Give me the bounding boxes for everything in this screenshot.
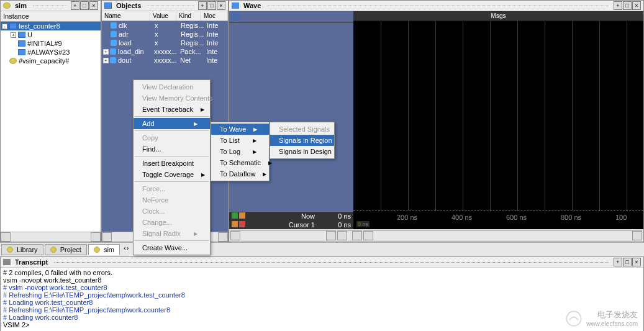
menu-item-create-wave---[interactable]: Create Wave...	[134, 242, 210, 253]
menu-label: Change...	[142, 219, 172, 226]
wave-signal-pane[interactable]: Now 0 ns Cursor 1 0 ns	[229, 11, 353, 229]
prompt-label: VSIM 2>	[3, 321, 30, 329]
wave-left-hscroll[interactable]	[230, 230, 336, 240]
wave-signal-list[interactable]	[229, 23, 353, 212]
wave-mid-hscroll[interactable]	[337, 230, 362, 240]
menu-label: To Dataflow	[220, 170, 255, 178]
tree-item-u[interactable]: +U	[1, 30, 101, 39]
tree-item-vsimcapacity[interactable]: #vsim_capacity#	[1, 57, 101, 65]
col-mode[interactable]: Moc	[201, 11, 228, 20]
menu-item-insert-breakpoint[interactable]: Insert Breakpoint	[134, 158, 210, 169]
menu-label: View Declaration	[142, 83, 193, 91]
command-input[interactable]	[32, 321, 642, 329]
maximize-button[interactable]: □	[80, 1, 89, 10]
maximize-button[interactable]: □	[207, 1, 216, 10]
menu-item-force---: Force...	[134, 183, 210, 194]
scroll-right-icon[interactable]	[218, 232, 228, 242]
sim-hscroll[interactable]	[1, 232, 101, 242]
menu-label: Add	[142, 120, 155, 127]
close-button[interactable]: ×	[632, 258, 641, 266]
menu-item-toggle-coverage[interactable]: Toggle Coverage▶	[134, 169, 210, 180]
transcript-body[interactable]: # 2 compiles, 0 failed with no errors.vs…	[1, 268, 643, 331]
menu-label: Toggle Coverage	[142, 171, 194, 178]
tab-icon	[7, 247, 13, 253]
expand-toggle-icon[interactable]: +	[11, 32, 16, 38]
scroll-right-icon[interactable]	[352, 231, 362, 240]
scroll-left-icon[interactable]	[1, 232, 11, 242]
wave-canvas[interactable]: Msgs 0 ns 200 ns400 ns600 ns800 ns100	[353, 11, 643, 229]
menu-item-to-wave[interactable]: To Wave▶	[211, 124, 269, 135]
scroll-left-icon[interactable]	[337, 231, 347, 240]
sim-tree[interactable]: -test_counter8+U#INITIAL#9#ALWAYS#23#vsi…	[1, 22, 101, 232]
col-kind[interactable]: Kind	[176, 11, 201, 20]
dock-button[interactable]: +	[614, 1, 622, 10]
context-menu-add[interactable]: To Wave▶To List▶To Log▶To Schematic▶To D…	[211, 122, 270, 181]
gridline	[517, 21, 518, 211]
object-name: clk	[119, 22, 155, 29]
menu-item-add[interactable]: Add▶	[134, 118, 210, 129]
submenu-arrow-icon: ▶	[194, 231, 197, 237]
transcript-prompt[interactable]: VSIM 2>	[3, 321, 641, 329]
close-button[interactable]: ×	[217, 1, 225, 10]
scroll-left-icon[interactable]	[230, 231, 240, 240]
menu-item-to-schematic[interactable]: To Schematic▶	[211, 157, 269, 168]
object-row-adr[interactable]: adrxRegis...Inte	[102, 30, 228, 39]
menu-label: Selected Signals	[279, 125, 330, 133]
wave-tool-icon[interactable]	[232, 12, 240, 21]
menu-item-to-dataflow[interactable]: To Dataflow▶	[211, 168, 269, 179]
wave-grid[interactable]	[353, 21, 643, 211]
tab-library[interactable]: Library	[1, 244, 43, 255]
scroll-right-icon[interactable]	[326, 231, 336, 240]
maximize-button[interactable]: □	[623, 258, 632, 266]
context-menu-main[interactable]: View DeclarationView Memory ContentsEven…	[133, 79, 211, 255]
dock-button[interactable]: +	[614, 258, 622, 266]
object-row-dout[interactable]: +doutxxxxx...NetInte	[102, 56, 228, 65]
scroll-right-icon[interactable]	[632, 231, 642, 240]
menu-item-to-log[interactable]: To Log▶	[211, 146, 269, 157]
object-row-load[interactable]: loadxRegis...Inte	[102, 39, 228, 47]
bottom-tabs: LibraryProjectsim‹›	[0, 242, 644, 256]
dock-button[interactable]: +	[198, 1, 207, 10]
wave-title: Wave	[243, 2, 261, 9]
scroll-left-icon[interactable]	[102, 232, 112, 242]
tab-sim[interactable]: sim	[88, 244, 120, 255]
context-menu-wave[interactable]: Selected SignalsSignals in RegionSignals…	[270, 122, 335, 159]
close-button[interactable]: ×	[89, 1, 98, 10]
tab-next-icon[interactable]: ›	[127, 244, 129, 255]
expand-toggle-icon[interactable]: +	[103, 58, 109, 63]
tab-prev-icon[interactable]: ‹	[124, 244, 126, 255]
tab-project[interactable]: Project	[45, 244, 87, 255]
break-icon[interactable]	[239, 212, 245, 219]
object-row-loaddin[interactable]: +load_dinxxxxx...Pack...Inte	[102, 47, 228, 56]
wave-timeline[interactable]: 0 ns 200 ns400 ns600 ns800 ns100	[353, 211, 643, 229]
tree-item-testcounter8[interactable]: -test_counter8	[1, 22, 101, 30]
lock-icon[interactable]	[232, 221, 238, 227]
menu-item-copy: Copy	[134, 132, 210, 143]
wave-scroll-controls	[229, 229, 643, 242]
menu-item-find---[interactable]: Find...	[134, 143, 210, 155]
col-name[interactable]: Name	[102, 11, 150, 20]
menu-item-to-list[interactable]: To List▶	[211, 135, 269, 146]
tree-label: #ALWAYS#23	[27, 48, 70, 56]
delete-icon[interactable]	[239, 221, 245, 227]
menu-item-event-traceback[interactable]: Event Traceback▶	[134, 104, 210, 115]
tree-item-always23[interactable]: #ALWAYS#23	[1, 48, 101, 57]
scroll-right-icon[interactable]	[91, 232, 101, 242]
wave-main-hscroll[interactable]	[363, 230, 642, 240]
cursor-position[interactable]: 0 ns	[356, 221, 370, 227]
maximize-button[interactable]: □	[623, 1, 632, 10]
run-icon[interactable]	[232, 212, 238, 219]
objects-header: Objects + □ ×	[102, 1, 228, 11]
close-button[interactable]: ×	[632, 1, 641, 10]
tree-item-initial9[interactable]: #INITIAL#9	[1, 39, 101, 48]
col-value[interactable]: Value	[150, 11, 176, 20]
cursor-label[interactable]: Cursor 1	[248, 221, 320, 229]
scroll-left-icon[interactable]	[363, 231, 373, 240]
expand-toggle-icon[interactable]: -	[2, 24, 7, 29]
object-row-clk[interactable]: clkxRegis...Inte	[102, 21, 228, 30]
expand-toggle-icon[interactable]: +	[103, 49, 109, 55]
dock-button[interactable]: +	[71, 1, 79, 10]
menu-item-signals-in-region[interactable]: Signals in Region	[270, 135, 334, 146]
col-instance[interactable]: Instance	[1, 11, 101, 21]
menu-item-signals-in-design[interactable]: Signals in Design	[270, 146, 334, 157]
